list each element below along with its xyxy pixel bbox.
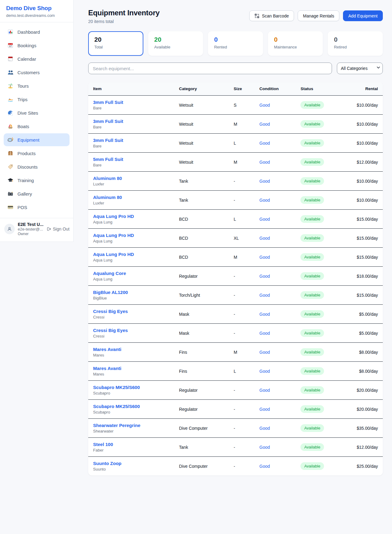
item-name-link[interactable]: Aluminum 80	[93, 176, 169, 181]
stat-card-retired[interactable]: 0 Retired	[328, 31, 383, 56]
sidebar-item-dive-sites[interactable]: Dive Sites	[4, 106, 70, 119]
stat-card-available[interactable]: 20 Available	[148, 31, 203, 56]
status-badge: Available	[300, 348, 324, 356]
scan-barcode-label: Scan Barcode	[262, 13, 289, 18]
add-equipment-button[interactable]: Add Equipment	[343, 10, 383, 21]
add-equipment-label: Add Equipment	[348, 13, 378, 18]
column-header-rental: Rental	[339, 82, 383, 96]
stat-label: Available	[154, 45, 197, 49]
table-row: Steel 100 Faber Tank - Good Available $1…	[88, 438, 383, 457]
sidebar-item-training[interactable]: Training	[4, 174, 70, 187]
sign-out-icon	[46, 227, 51, 231]
sign-out-button[interactable]: Sign Out	[46, 227, 70, 231]
sidebar-item-customers[interactable]: Customers	[4, 66, 70, 79]
item-name-link[interactable]: Scubapro MK25/S600	[93, 404, 169, 409]
item-condition-link[interactable]: Good	[254, 267, 296, 286]
item-name-link[interactable]: 3mm Full Suit	[93, 119, 169, 124]
item-name-link[interactable]: Aqualung Core	[93, 271, 169, 276]
sidebar-item-tours[interactable]: Tours	[4, 79, 70, 92]
item-condition-link[interactable]: Good	[254, 210, 296, 229]
item-condition-link[interactable]: Good	[254, 153, 296, 172]
item-condition-link[interactable]: Good	[254, 229, 296, 248]
sidebar-item-label: Products	[17, 151, 36, 156]
item-name-link[interactable]: Shearwater Peregrine	[93, 423, 169, 428]
sidebar-item-trips[interactable]: Trips	[4, 93, 70, 106]
item-condition-link[interactable]: Good	[254, 191, 296, 210]
sidebar-item-calendar[interactable]: Calendar	[4, 52, 70, 65]
table-row: Aluminum 80 Luxfer Tank - Good Available…	[88, 172, 383, 191]
item-condition-link[interactable]: Good	[254, 96, 296, 115]
item-name-link[interactable]: Mares Avanti	[93, 366, 169, 371]
item-name-link[interactable]: Suunto Zoop	[93, 461, 169, 466]
column-header-item: Item	[88, 82, 174, 96]
item-name-link[interactable]: 5mm Full Suit	[93, 157, 169, 162]
item-name-link[interactable]: 3mm Full Suit	[93, 100, 169, 105]
table-row: Mares Avanti Mares Fins M Good Available…	[88, 343, 383, 362]
item-rental-price: $10.00/day	[339, 191, 383, 210]
item-condition-link[interactable]: Good	[254, 248, 296, 267]
item-name-link[interactable]: 3mm Full Suit	[93, 138, 169, 143]
sidebar-item-label: Gallery	[17, 191, 32, 196]
item-condition-link[interactable]: Good	[254, 400, 296, 419]
brand-title[interactable]: Demo Dive Shop	[6, 5, 67, 12]
search-input[interactable]	[88, 63, 332, 74]
table-row: BigBlue AL1200 BigBlue Torch/Light - Goo…	[88, 286, 383, 305]
category-select[interactable]: All Categories	[337, 63, 383, 74]
page-header: Equipment Inventory 20 items total Scan …	[88, 9, 383, 24]
item-condition-link[interactable]: Good	[254, 134, 296, 153]
item-condition-link[interactable]: Good	[254, 115, 296, 134]
sidebar-item-bookings[interactable]: 17 Bookings	[4, 39, 70, 52]
sidebar-item-gallery[interactable]: Gallery	[4, 187, 70, 200]
item-condition-link[interactable]: Good	[254, 457, 296, 476]
item-condition-link[interactable]: Good	[254, 362, 296, 381]
package-icon	[7, 150, 13, 156]
item-name-link[interactable]: Aqua Lung Pro HD	[93, 233, 169, 238]
item-brand: Shearwater	[93, 429, 169, 433]
item-condition-link[interactable]: Good	[254, 438, 296, 457]
avatar	[4, 224, 15, 234]
item-condition-link[interactable]: Good	[254, 286, 296, 305]
sidebar-item-label: Boats	[17, 124, 29, 129]
item-size: M	[229, 343, 254, 362]
sidebar-item-equipment[interactable]: Equipment	[4, 133, 70, 146]
sidebar-item-boats[interactable]: Boats	[4, 120, 70, 133]
stat-value: 0	[334, 36, 377, 43]
calendar-tearoff-icon	[7, 56, 13, 62]
stat-card-total[interactable]: 20 Total	[88, 31, 143, 56]
item-rental-price: $10.00/day	[339, 172, 383, 191]
item-size: -	[229, 267, 254, 286]
item-condition-link[interactable]: Good	[254, 305, 296, 324]
manage-rentals-button[interactable]: Manage Rentals	[298, 10, 339, 21]
item-rental-price: $15.00/day	[339, 210, 383, 229]
status-badge: Available	[300, 215, 324, 223]
sidebar-item-products[interactable]: Products	[4, 147, 70, 160]
sidebar-item-discounts[interactable]: Discounts	[4, 160, 70, 173]
item-name-link[interactable]: Aqua Lung Pro HD	[93, 214, 169, 219]
scan-barcode-button[interactable]: Scan Barcode	[249, 10, 294, 21]
item-condition-link[interactable]: Good	[254, 419, 296, 438]
item-condition-link[interactable]: Good	[254, 324, 296, 343]
item-size: M	[229, 115, 254, 134]
item-name-link[interactable]: Cressi Big Eyes	[93, 328, 169, 333]
item-category: BCD	[174, 229, 229, 248]
item-name-link[interactable]: Scubapro MK25/S600	[93, 385, 169, 390]
sidebar-item-dashboard[interactable]: Dashboard	[4, 25, 70, 38]
sidebar-item-pos[interactable]: POS	[4, 201, 70, 214]
item-name-link[interactable]: Cressi Big Eyes	[93, 309, 169, 314]
sidebar-item-label: Dashboard	[17, 29, 40, 35]
stat-card-rented[interactable]: 0 Rented	[208, 31, 263, 56]
item-size: -	[229, 457, 254, 476]
user-section: E2E Test U... e2e-tester@... Owner Sign …	[0, 218, 73, 238]
item-name-link[interactable]: Aqua Lung Pro HD	[93, 252, 169, 257]
item-name-link[interactable]: BigBlue AL1200	[93, 290, 169, 295]
stat-label: Total	[94, 45, 137, 49]
item-name-link[interactable]: Aluminum 80	[93, 195, 169, 200]
sidebar-item-label: Customers	[17, 70, 40, 75]
item-name-link[interactable]: Steel 100	[93, 442, 169, 447]
stat-card-maintenance[interactable]: 0 Maintenance	[268, 31, 323, 56]
item-condition-link[interactable]: Good	[254, 172, 296, 191]
item-condition-link[interactable]: Good	[254, 381, 296, 400]
item-condition-link[interactable]: Good	[254, 343, 296, 362]
stat-cards: 20 Total 20 Available 0 Rented 0 Mainten…	[88, 31, 383, 56]
item-name-link[interactable]: Mares Avanti	[93, 347, 169, 352]
